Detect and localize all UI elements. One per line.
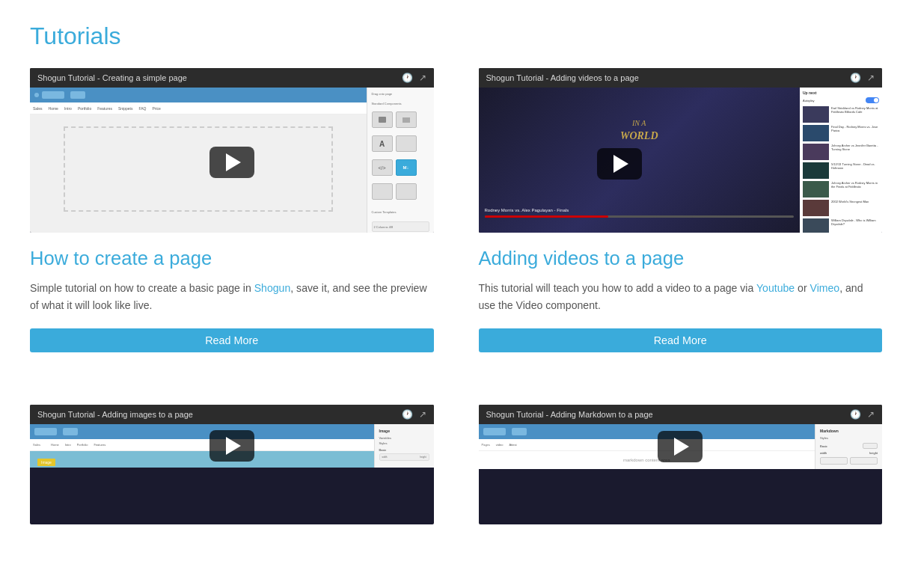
- tutorial-description-1: Simple tutorial on how to create a basic…: [30, 280, 434, 313]
- vimeo-link[interactable]: Vimeo: [810, 282, 840, 294]
- thumbnail-icons-3: 🕐 ↗: [402, 409, 426, 420]
- read-more-button-2[interactable]: Read More: [479, 328, 883, 352]
- thumbnail-add-markdown[interactable]: Shogun Tutorial - Adding Markdown to a p…: [479, 405, 883, 524]
- thumbnail-icons-4: 🕐 ↗: [850, 409, 875, 420]
- clock-icon-4: 🕐: [850, 409, 861, 420]
- share-icon-3: ↗: [419, 409, 426, 420]
- thumbnail-add-images[interactable]: Shogun Tutorial - Adding images to a pag…: [30, 405, 434, 524]
- tutorial-card-add-images: Shogun Tutorial - Adding images to a pag…: [30, 405, 434, 539]
- thumbnail-body-3: Sales Home Intro Portfolio Features Imag…: [30, 424, 434, 468]
- tutorial-description-2: This tutorial will teach you how to add …: [479, 280, 883, 313]
- tutorial-card-create-page: Shogun Tutorial - Creating a simple page…: [30, 68, 434, 375]
- thumbnail-add-videos[interactable]: Shogun Tutorial - Adding videos to a pag…: [479, 68, 883, 233]
- thumbnail-body-4: Pages video Attest markdown content area…: [479, 424, 883, 469]
- tutorial-card-add-markdown: Shogun Tutorial - Adding Markdown to a p…: [479, 405, 883, 539]
- clock-icon-3: 🕐: [402, 409, 413, 420]
- thumbnail-title-1: Shogun Tutorial - Creating a simple page: [37, 73, 187, 82]
- thumbnail-body-2: IN A WORLD Rodney Morris vs. Alex Pagula…: [479, 88, 883, 233]
- tutorials-grid: Shogun Tutorial - Creating a simple page…: [30, 68, 882, 539]
- thumbnail-icons-2: 🕐 ↗: [850, 73, 875, 83]
- play-button-1[interactable]: [209, 147, 254, 178]
- clock-icon-2: 🕐: [850, 73, 861, 83]
- thumbnail-title-4: Shogun Tutorial - Adding Markdown to a p…: [486, 410, 653, 419]
- read-more-button-1[interactable]: Read More: [30, 328, 434, 352]
- tutorial-card-add-videos: Shogun Tutorial - Adding videos to a pag…: [479, 68, 883, 375]
- youtube-link[interactable]: Youtube: [756, 282, 795, 294]
- clock-icon-1: 🕐: [402, 73, 413, 83]
- tutorial-heading-2: Adding videos to a page: [479, 248, 883, 269]
- play-button-3[interactable]: [209, 430, 254, 462]
- share-icon-1: ↗: [419, 73, 426, 83]
- thumbnail-create-page[interactable]: Shogun Tutorial - Creating a simple page…: [30, 68, 434, 233]
- tutorial-heading-1: How to create a page: [30, 248, 434, 269]
- shogun-link-1[interactable]: Shogun: [254, 282, 291, 294]
- play-button-4[interactable]: [658, 431, 703, 462]
- thumbnail-title-2: Shogun Tutorial - Adding videos to a pag…: [486, 73, 639, 82]
- thumbnail-title-3: Shogun Tutorial - Adding images to a pag…: [37, 410, 193, 419]
- share-icon-2: ↗: [867, 73, 875, 83]
- thumbnail-body-1: Sales Home Intro Portfolio Features Snip…: [30, 88, 434, 233]
- share-icon-4: ↗: [867, 409, 875, 420]
- thumbnail-icons-1: 🕐 ↗: [402, 73, 426, 83]
- play-button-2[interactable]: [597, 148, 642, 180]
- page-title: Tutorials: [30, 22, 882, 50]
